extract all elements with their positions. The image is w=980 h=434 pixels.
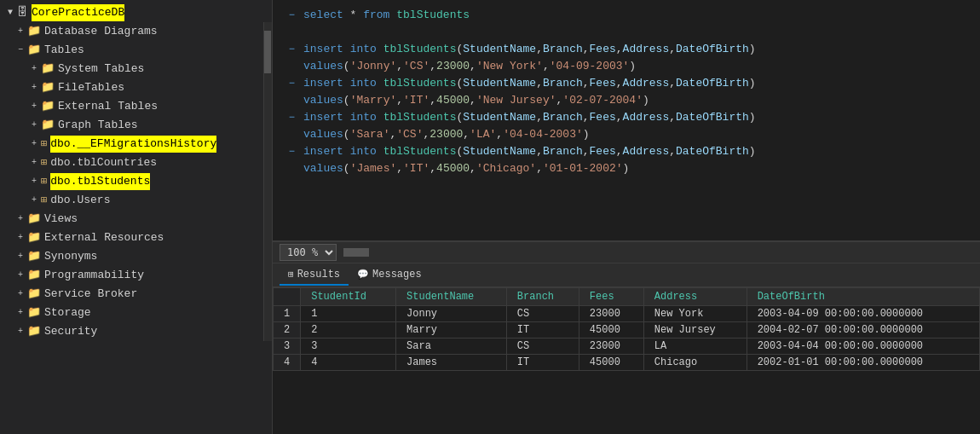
synonyms-label: Synonyms (44, 248, 97, 265)
scrollbar-thumb[interactable] (264, 31, 271, 73)
collapse-icon[interactable]: − (289, 112, 295, 124)
users-expand: + (27, 192, 41, 209)
sql-token-op (377, 43, 383, 55)
users-label: dbo.Users (50, 192, 110, 209)
sidebar-item-external-tables[interactable]: + 📁 External Tables (0, 97, 272, 116)
tbl-students-label: dbo.tblStudents (50, 173, 150, 190)
sql-token-op: , (669, 111, 676, 124)
root-label: CorePracticeDB (32, 4, 124, 21)
sql-token-op: , (616, 77, 623, 90)
horizontal-scrollbar-thumb[interactable] (343, 248, 369, 257)
sql-token-col: StudentName (463, 43, 536, 55)
cell-student-id: 4 (301, 355, 396, 371)
cell-student-id: 3 (301, 339, 396, 355)
collapse-icon[interactable]: − (289, 9, 295, 21)
sidebar-item-service-broker[interactable]: + 📁 Service Broker (0, 285, 272, 304)
results-panel: ⊞ Results 💬 Messages StudentId StudentNa… (273, 263, 980, 434)
sql-editor[interactable]: − select * from tblStudents − insert int… (273, 0, 980, 241)
sql-token-op: , (429, 60, 436, 72)
sidebar-item-users[interactable]: + ⊞ dbo.Users (0, 191, 272, 210)
db-diagrams-label: Database Diagrams (44, 23, 158, 40)
line-number (280, 92, 297, 109)
table-row[interactable]: 1 1 Jonny CS 23000 New York 2003-04-09 0… (274, 306, 980, 322)
sql-line (273, 24, 980, 41)
sql-token-op: , (429, 94, 436, 107)
cell-dob: 2004-02-07 00:00:00.0000000 (747, 322, 979, 339)
sql-line: values('Marry','IT',45000,'New Jursey','… (273, 92, 980, 109)
sql-token-col: Fees (590, 145, 616, 158)
sql-line: − insert into tblStudents(StudentName,Br… (273, 109, 980, 126)
sql-token-kw: from (363, 9, 389, 21)
sidebar-item-views[interactable]: + 📁 Views (0, 210, 272, 229)
cell-fees: 45000 (579, 322, 643, 339)
sidebar-item-file-tables[interactable]: + 📁 FileTables (0, 78, 272, 97)
collapse-icon[interactable]: − (289, 78, 295, 90)
cell-fees: 23000 (579, 306, 643, 322)
table-row[interactable]: 4 4 James IT 45000 Chicago 2002-01-01 00… (274, 355, 980, 371)
sql-token-str: 'CS' (403, 60, 429, 72)
sql-token-op (377, 77, 383, 90)
sidebar-item-storage[interactable]: + 📁 Storage (0, 304, 272, 322)
tab-results[interactable]: ⊞ Results (280, 265, 349, 286)
line-number (280, 24, 297, 41)
sql-token-op: , (536, 162, 543, 175)
sql-token-str: 'IT' (403, 162, 429, 175)
sql-token-op: ) (623, 162, 630, 175)
sql-token-col: Branch (543, 111, 583, 124)
graph-tables-label: Graph Tables (58, 117, 138, 134)
table-row[interactable]: 3 3 Sara CS 23000 LA 2003-04-04 00:00:00… (274, 339, 980, 355)
indent-space (280, 95, 285, 107)
sql-token-op: ) (749, 43, 756, 55)
line-text: values('Marry','IT',45000,'New Jursey','… (303, 92, 973, 109)
sidebar-item-tbl-students[interactable]: + ⊞ dbo.tblStudents (0, 172, 272, 191)
storage-label: Storage (44, 304, 91, 321)
indent-space (280, 61, 285, 72)
sql-token-str: 'New Jursey' (476, 94, 556, 107)
cell-branch: CS (506, 339, 579, 355)
results-table-container[interactable]: StudentId StudentName Branch Fees Addres… (273, 287, 980, 434)
sidebar-item-graph-tables[interactable]: + 📁 Graph Tables (0, 116, 272, 135)
tab-messages[interactable]: 💬 Messages (349, 265, 430, 286)
cell-address: Chicago (643, 355, 747, 371)
sql-token-op (343, 77, 350, 90)
line-number (280, 126, 297, 143)
cell-fees: 45000 (579, 355, 643, 371)
sql-token-op: ) (643, 94, 649, 107)
sql-token-op: ( (343, 60, 350, 72)
sidebar-item-system-tables[interactable]: + 📁 System Tables (0, 60, 272, 78)
sidebar-item-tbl-countries[interactable]: + ⊞ dbo.tblCountries (0, 153, 272, 172)
tree-root[interactable]: ▼ 🗄 CorePracticeDB (0, 3, 272, 22)
collapse-icon[interactable]: − (289, 146, 295, 158)
security-expand: + (14, 323, 27, 340)
collapse-icon[interactable]: − (289, 43, 295, 55)
zoom-select[interactable]: 100 % 75 % 125 % (280, 244, 337, 261)
sidebar-item-external-resources[interactable]: + 📁 External Resources (0, 229, 272, 247)
sidebar-item-security[interactable]: + 📁 Security (0, 322, 272, 341)
table-icon: ⊞ (41, 173, 47, 190)
sidebar-item-synonyms[interactable]: + 📁 Synonyms (0, 247, 272, 266)
sidebar-scrollbar[interactable] (263, 22, 272, 341)
cell-branch: CS (506, 306, 579, 322)
folder-icon: 📁 (41, 117, 55, 134)
table-row[interactable]: 2 2 Marry IT 45000 New Jursey 2004-02-07… (274, 322, 980, 339)
sql-token-op: * (343, 9, 363, 21)
sql-token-str: 'LA' (470, 128, 496, 141)
sidebar-item-tables[interactable]: − 📁 Tables (0, 41, 272, 60)
sql-token-str: 'Sara' (350, 128, 390, 141)
sql-token-op: , (496, 128, 503, 141)
sidebar-item-db-diagrams[interactable]: + 📁 Database Diagrams (0, 22, 272, 41)
row-number-cell: 2 (274, 322, 301, 339)
sql-line: − insert into tblStudents(StudentName,Br… (273, 143, 980, 160)
messages-icon: 💬 (357, 269, 369, 280)
line-number: − (280, 109, 297, 126)
sql-token-op: ) (583, 128, 590, 141)
sidebar-item-programmability[interactable]: + 📁 Programmability (0, 266, 272, 285)
line-number (280, 58, 297, 75)
sql-token-op: , (616, 111, 623, 124)
sidebar-item-ef-migrations[interactable]: + ⊞ dbo.__EFMigrationsHistory (0, 135, 272, 153)
tables-label: Tables (44, 42, 84, 59)
sql-token-col: DateOfBirth (676, 111, 749, 124)
sql-token-str: 'James' (350, 162, 397, 175)
cell-address: New Jursey (643, 322, 747, 339)
horizontal-scrollbar[interactable] (343, 248, 973, 257)
